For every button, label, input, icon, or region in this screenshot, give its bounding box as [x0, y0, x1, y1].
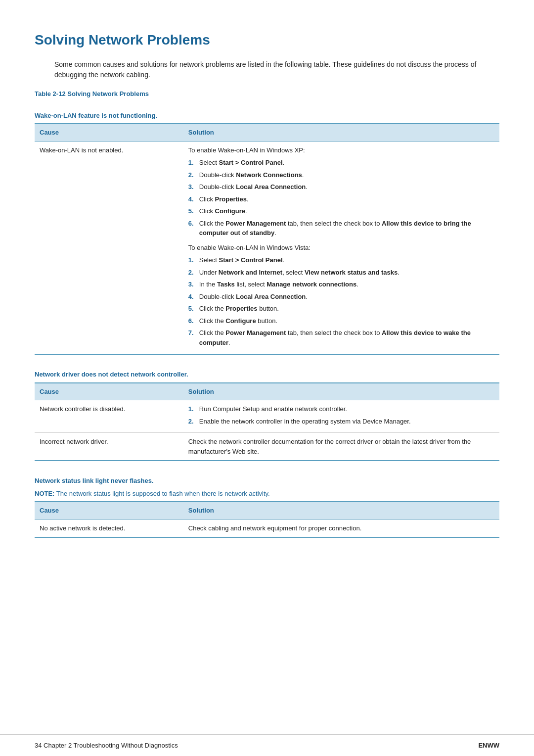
cause-cell: Wake-on-LAN is not enabled.: [35, 141, 183, 354]
step-item: 6.Click the Configure button.: [188, 316, 494, 326]
steps-list-controller: 1.Run Computer Setup and enable network …: [188, 404, 494, 426]
steps-list-vista: 1.Select Start > Control Panel. 2.Under …: [188, 255, 494, 347]
solution-intro-vista: To enable Wake-on-LAN in Windows Vista:: [188, 243, 494, 253]
step-item: 7.Click the Power Management tab, then s…: [188, 328, 494, 347]
step-item: 2.Enable the network controller in the o…: [188, 417, 494, 426]
solution-cell: To enable Wake-on-LAN in Windows XP: 1.S…: [183, 141, 499, 354]
step-item: 1.Select Start > Control Panel.: [188, 255, 494, 265]
page-title: Solving Network Problems: [35, 30, 499, 50]
steps-list-xp: 1.Select Start > Control Panel. 2.Double…: [188, 158, 494, 238]
solution-header: Solution: [183, 124, 499, 141]
solution-header-3: Solution: [183, 502, 499, 519]
step-item: 3.In the Tasks list, select Manage netwo…: [188, 280, 494, 289]
step-item: 4.Click Properties.: [188, 194, 494, 204]
cause-header: Cause: [35, 124, 183, 141]
table-label: Table 2-12 Solving Network Problems: [35, 89, 499, 99]
cause-cell: Network controller is disabled.: [35, 400, 183, 433]
cause-header-3: Cause: [35, 502, 183, 519]
solution-cell: 1.Run Computer Setup and enable network …: [183, 400, 499, 433]
step-item: 2.Under Network and Internet, select Vie…: [188, 268, 494, 278]
section-header-3: Network status link light never flashes.: [35, 476, 499, 486]
solution-header-2: Solution: [183, 383, 499, 400]
solution-cell: Check the network controller documentati…: [183, 433, 499, 461]
step-item: 1.Run Computer Setup and enable network …: [188, 404, 494, 414]
section-header-2: Network driver does not detect network c…: [35, 370, 499, 379]
table-row: No active network is detected. Check cab…: [35, 519, 499, 537]
table-row: Wake-on-LAN is not enabled. To enable Wa…: [35, 141, 499, 354]
step-item: 6.Click the Power Management tab, then s…: [188, 219, 494, 238]
step-item: 2.Double-click Network Connections.: [188, 170, 494, 180]
cause-header-2: Cause: [35, 383, 183, 400]
step-item: 3.Double-click Local Area Connection.: [188, 182, 494, 192]
table-network-driver: Cause Solution Network controller is dis…: [35, 382, 499, 462]
solution-cell: Check cabling and network equipment for …: [183, 519, 499, 537]
cause-cell: Incorrect network driver.: [35, 433, 183, 461]
note-label: NOTE:: [35, 490, 54, 497]
table-row: Network controller is disabled. 1.Run Co…: [35, 400, 499, 433]
section-header-1: Wake-on-LAN feature is not functioning.: [35, 111, 499, 121]
solution-intro-xp: To enable Wake-on-LAN in Windows XP:: [188, 145, 494, 155]
table-wake-on-lan: Cause Solution Wake-on-LAN is not enable…: [35, 123, 499, 355]
table-network-light: Cause Solution No active network is dete…: [35, 501, 499, 538]
step-item: 5.Click the Properties button.: [188, 304, 494, 314]
note-text: NOTE: The network status light is suppos…: [35, 489, 499, 499]
intro-text: Some common causes and solutions for net…: [54, 59, 485, 80]
step-item: 1.Select Start > Control Panel.: [188, 158, 494, 168]
table-row: Incorrect network driver. Check the netw…: [35, 433, 499, 461]
step-item: 5.Click Configure.: [188, 206, 494, 216]
step-item: 4.Double-click Local Area Connection.: [188, 292, 494, 302]
cause-cell: No active network is detected.: [35, 519, 183, 537]
